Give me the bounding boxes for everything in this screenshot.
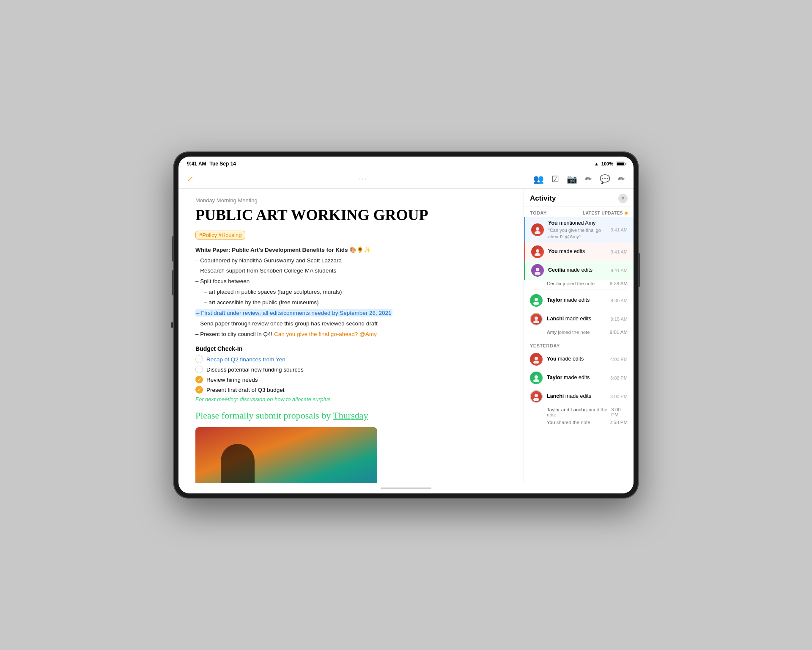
avatar-you-2 [531,245,544,258]
status-date: Tue Sep 14 [210,161,236,167]
note-area[interactable]: Monday Morning Meeting PUBLIC ART WORKIN… [178,189,524,483]
activity-time-you-edits: 9:41 AM [611,249,628,254]
checkbox-checked-4[interactable]: ✓ [195,386,203,394]
svg-point-2 [536,249,539,253]
note-subtitle: Monday Morning Meeting [195,197,507,204]
yesterday-section-label: YESTERDAY [524,340,634,350]
svg-point-4 [536,268,539,271]
note-title: PUBLIC ART WORKING GROUP [195,207,507,224]
svg-point-11 [533,361,539,364]
today-section-label: TODAY LATEST UPDATES [524,207,634,217]
volume-up-button[interactable] [172,236,173,262]
activity-time-lanchi-edits: 9:15 AM [611,317,628,322]
checkbox-label-4: Present first draft of Q3 budget [206,387,285,393]
checkbox-checked-3[interactable]: ✓ [195,376,203,383]
share-icon[interactable]: ✏ [618,174,625,184]
latest-updates-label: LATEST UPDATES [583,211,628,215]
you-shared-item: You shared the note 2:58 PM [524,419,634,426]
thursday-underline: Thursday [333,410,368,421]
ipad-screen: 9:41 AM Tue Sep 14 ▲ 100% ⤢ ··· 👥 ☑ 📷 ✏ [178,157,634,493]
activity-time-mention: 9:41 AM [611,227,628,232]
svg-point-10 [535,357,538,360]
next-meeting-note: For next meeting: discussion on how to a… [195,396,507,402]
svg-point-5 [535,272,540,275]
svg-point-8 [535,317,538,320]
today-label: TODAY [530,210,547,215]
taylor-lanchi-names: Taylor and Lanchi [547,407,585,412]
divider-2 [530,338,628,338]
status-bar: 9:41 AM Tue Sep 14 ▲ 100% [178,157,634,169]
activity-panel: Activity × TODAY LATEST UPDATES [524,189,634,483]
activity-text-taylor-edits: Taylor made edits [547,297,606,304]
wifi-icon: ▲ [594,161,599,166]
svg-point-7 [533,302,539,305]
svg-point-15 [533,398,539,401]
cecilia-joined-time: 9:38 AM [610,281,628,286]
latest-updates-text: LATEST UPDATES [583,211,623,215]
avatar-you-1 [531,223,544,236]
svg-point-3 [535,253,540,256]
activity-title: Activity [530,194,556,203]
activity-time-lanchi-y: 3:00 PM [610,394,628,399]
activity-text-you-y: You made edits [547,355,606,363]
article-photo [195,427,377,483]
activity-cecilia-edits[interactable]: Cecilia made edits 9:41 AM [524,261,634,280]
activity-you-edits-yesterday[interactable]: You made edits 4:00 PM [524,350,634,369]
power-button[interactable] [639,253,640,287]
checkbox-item-2[interactable]: Discuss potential new funding sources [195,366,507,373]
taylor-lanchi-joined-item: Taylor and Lanchi joined the note 3:00 P… [524,406,634,419]
status-time: 9:41 AM [187,161,206,167]
activity-text-you-edits: You made edits [548,248,606,255]
front-camera [171,322,173,328]
activity-taylor-edits-y[interactable]: Taylor made edits 3:02 PM [524,369,634,387]
home-indicator [178,483,634,493]
checkbox-item-1[interactable]: Recap of Q2 finances from Yen [195,355,507,363]
checkbox-item-3[interactable]: ✓ Review hiring needs [195,376,507,383]
collapse-icon[interactable]: ⤢ [187,174,193,184]
checkbox-item-4[interactable]: ✓ Present first draft of Q3 budget [195,386,507,394]
collaborate-icon[interactable]: 👥 [533,174,544,184]
activity-you-edits[interactable]: You made edits 9:41 AM [524,242,634,261]
activity-taylor-edits[interactable]: Taylor made edits 9:30 AM [524,291,634,310]
you-shared-name: You [547,420,555,425]
activity-time-taylor-edits: 9:30 AM [611,298,628,303]
svg-point-6 [535,298,538,301]
avatar-lanchi-y [530,390,543,403]
activity-you-mention[interactable]: You mentioned Amy "Can you give the fina… [524,217,634,242]
checkbox-unchecked-1[interactable] [195,355,203,363]
svg-point-0 [536,227,539,231]
checklist-icon[interactable]: ☑ [551,174,559,184]
svg-point-9 [533,320,539,323]
formal-submit-text: Please formally submit proposals by Thur… [195,410,507,421]
activity-lanchi-edits[interactable]: Lanchi made edits 9:15 AM [524,310,634,328]
markup-icon[interactable]: ✏ [585,174,592,184]
home-bar [381,488,431,489]
checkbox-label-1: Recap of Q2 finances from Yen [206,356,285,363]
volume-down-button[interactable] [172,270,173,295]
budget-title: Budget Check-In [195,345,507,352]
activity-text-mention: You mentioned Amy "Can you give the fina… [548,220,606,240]
comment-icon[interactable]: 💬 [600,174,610,184]
checkbox-unchecked-2[interactable] [195,366,203,373]
cecilia-joined-name: Cecilia [547,281,562,286]
checkbox-label-3: Review hiring needs [206,377,258,383]
svg-point-13 [533,379,539,382]
send-paper-line: – Send paper through review once this gr… [195,319,507,329]
authors-line: – Coauthored by Nanditha Guruswamy and S… [195,256,507,266]
whitepaper-title: White Paper: Public Art's Development Be… [195,247,371,253]
you-shared-time: 2:58 PM [609,420,628,425]
activity-close-button[interactable]: × [618,194,628,203]
camera-icon[interactable]: 📷 [567,174,577,184]
more-options-dots[interactable]: ··· [359,174,368,183]
research-line: – Research support from Schoberl College… [195,266,507,276]
avatar-taylor-y [530,372,543,384]
mention-amy: Can you give the final go-ahead? @Amy [274,331,377,337]
activity-text-lanchi-edits: Lanchi made edits [547,315,606,322]
hashtags: #Policy #Housing [195,231,245,240]
activity-lanchi-edits-y[interactable]: Lanchi made edits 3:00 PM [524,387,634,406]
activity-time-taylor-y: 3:02 PM [610,375,628,380]
note-body: White Paper: Public Art's Development Be… [195,245,507,339]
toolbar: ⤢ ··· 👥 ☑ 📷 ✏ 💬 ✏ [178,169,634,189]
photo-inner [195,427,377,483]
activity-text-lanchi-y: Lanchi made edits [547,393,606,400]
